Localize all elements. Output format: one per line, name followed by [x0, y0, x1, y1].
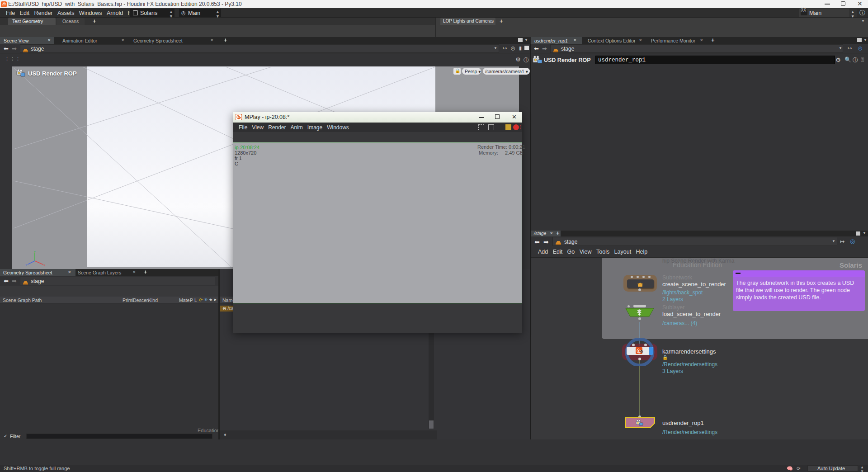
svg-text:z: z: [25, 263, 27, 267]
svg-text:y: y: [34, 251, 36, 253]
svg-text:x: x: [43, 263, 45, 267]
